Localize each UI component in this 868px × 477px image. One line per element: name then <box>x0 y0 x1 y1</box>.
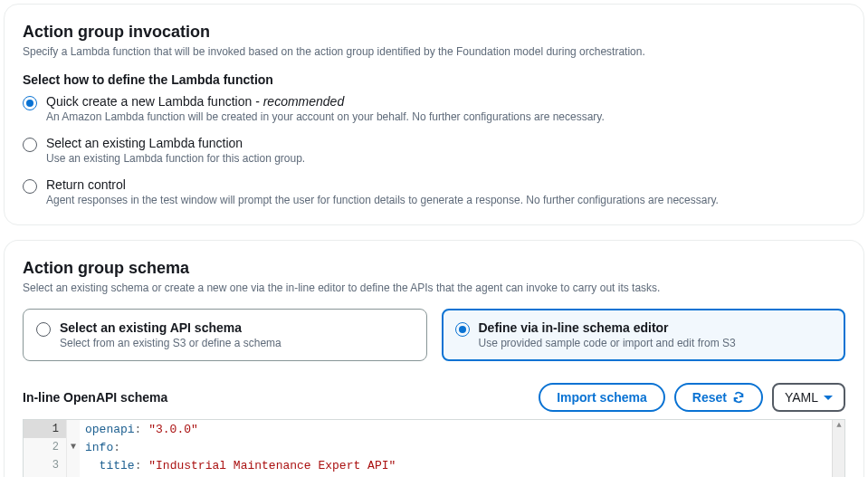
code-line-1: openapi: "3.0.0" <box>80 423 198 436</box>
refresh-icon <box>732 391 745 404</box>
radio-icon <box>23 96 37 110</box>
lambda-select-label: Select how to define the Lambda function <box>23 72 845 87</box>
code-line-2: info: <box>80 441 120 454</box>
card-inline-editor[interactable]: Define via in-line schema editor Use pro… <box>442 309 846 361</box>
radio-title: Return control <box>46 177 845 192</box>
format-select[interactable]: YAML <box>772 383 845 412</box>
fold-gutter <box>67 420 80 438</box>
radio-sub: Agent responses in the test window will … <box>46 194 845 206</box>
card-sub: Use provided sample code or import and e… <box>479 337 736 349</box>
card-title: Select an existing API schema <box>60 320 281 335</box>
invocation-title: Action group invocation <box>23 23 845 42</box>
card-existing-schema[interactable]: Select an existing API schema Select fro… <box>23 309 427 361</box>
radio-icon <box>23 179 37 194</box>
radio-title: Select an existing Lambda function <box>46 136 845 150</box>
radio-existing-lambda[interactable]: Select an existing Lambda function Use a… <box>23 136 845 165</box>
schema-title: Action group schema <box>23 259 845 278</box>
invocation-desc: Specify a Lambda function that will be i… <box>23 45 845 58</box>
scrollbar-vertical[interactable]: ▲ <box>832 420 844 477</box>
radio-icon <box>36 322 51 337</box>
editor-label: In-line OpenAPI schema <box>23 390 167 405</box>
editor-header: In-line OpenAPI schema Import schema Res… <box>23 383 845 412</box>
schema-panel: Action group schema Select an existing s… <box>4 240 864 477</box>
import-schema-button[interactable]: Import schema <box>539 383 665 412</box>
schema-choice-row: Select an existing API schema Select fro… <box>23 309 845 361</box>
code-editor[interactable]: 1 openapi: "3.0.0" 2 ▼ info: 3 title: "I… <box>23 419 845 477</box>
radio-icon <box>455 322 470 337</box>
radio-icon <box>23 138 37 152</box>
radio-sub: Use an existing Lambda function for this… <box>46 152 845 165</box>
fold-toggle[interactable]: ▼ <box>67 438 80 456</box>
fold-gutter <box>67 456 80 474</box>
scroll-up-icon: ▲ <box>833 420 845 431</box>
invocation-panel: Action group invocation Specify a Lambda… <box>4 4 864 225</box>
line-number: 2 <box>24 438 67 456</box>
radio-sub: An Amazon Lambda function will be create… <box>46 110 845 123</box>
schema-desc: Select an existing schema or create a ne… <box>23 281 845 294</box>
card-title: Define via in-line schema editor <box>479 320 736 335</box>
radio-title: Quick create a new Lambda function - rec… <box>46 94 845 109</box>
radio-return-control[interactable]: Return control Agent responses in the te… <box>23 177 845 206</box>
card-sub: Select from an existing S3 or define a s… <box>60 337 281 349</box>
radio-quick-create[interactable]: Quick create a new Lambda function - rec… <box>23 94 845 123</box>
chevron-down-icon <box>824 396 833 400</box>
code-line-3: title: "Industrial Maintenance Expert AP… <box>80 459 396 472</box>
line-number: 1 <box>24 420 67 438</box>
reset-button[interactable]: Reset <box>674 383 763 412</box>
line-number: 3 <box>24 456 67 474</box>
